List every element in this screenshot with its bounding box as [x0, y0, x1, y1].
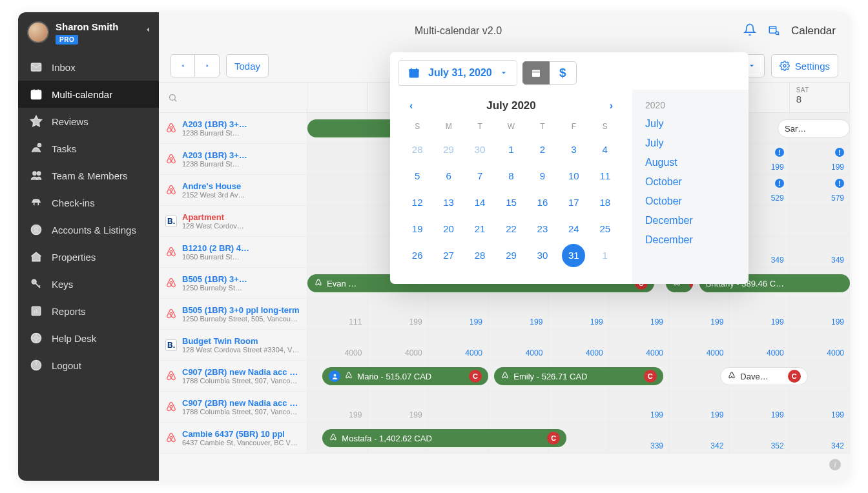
property-cell[interactable]: B505 (1BR) 3+…1250 Burnaby St…: [159, 268, 307, 298]
next-button[interactable]: [195, 54, 220, 77]
search-input[interactable]: [159, 83, 307, 112]
calendar-cell[interactable]: 199: [609, 299, 669, 329]
calendar-cell[interactable]: [790, 206, 850, 236]
calendar-day[interactable]: 30: [464, 136, 495, 163]
nav-tasks[interactable]: Tasks: [18, 135, 159, 162]
calendar-cell[interactable]: 111: [307, 299, 367, 329]
nav-multi-calendar[interactable]: Multi-calendar: [18, 81, 159, 108]
calendar-day[interactable]: 28: [402, 136, 433, 163]
calendar-day[interactable]: 7: [464, 163, 495, 189]
month-quick-link[interactable]: October: [645, 176, 736, 188]
calendar-cell[interactable]: [307, 237, 367, 267]
calendar-cell[interactable]: 342: [669, 423, 729, 453]
calendar-cell[interactable]: 199: [729, 299, 789, 329]
date-selection-button[interactable]: July 31, 2020: [398, 60, 517, 86]
nav-logout[interactable]: Logout: [18, 352, 159, 379]
property-cell[interactable]: Cambie 6437 (5BR) 10 ppl6437 Cambie St, …: [159, 423, 307, 453]
calendar-cell[interactable]: !579: [790, 175, 850, 205]
booking-band[interactable]: Mario - 515.07 CADC: [322, 367, 488, 385]
booking-band[interactable]: Dave…C: [720, 367, 807, 385]
property-cell[interactable]: B.Budget Twin Room128 West Cordova Stree…: [159, 330, 307, 360]
calendar-cell[interactable]: [428, 392, 488, 422]
calendar-day[interactable]: 8: [495, 163, 526, 189]
calendar-day[interactable]: 26: [402, 242, 433, 268]
calendar-day[interactable]: 17: [558, 189, 589, 216]
pricing-view-toggle[interactable]: $: [550, 61, 577, 85]
calendar-cell[interactable]: 199: [367, 392, 428, 422]
calendar-cell[interactable]: !199: [790, 144, 850, 174]
month-quick-link[interactable]: December: [645, 234, 736, 246]
calendar-cell[interactable]: 4000: [428, 330, 488, 360]
calendar-day[interactable]: 15: [495, 189, 526, 216]
calendar-cell[interactable]: 4000: [669, 330, 729, 360]
booking-band[interactable]: Sar…: [778, 119, 850, 137]
calendar-cell[interactable]: 199: [790, 392, 850, 422]
calendar-day[interactable]: 4: [590, 136, 621, 163]
calendar-day[interactable]: 14: [464, 189, 495, 216]
calendar-day[interactable]: 23: [527, 216, 558, 242]
property-cell[interactable]: C907 (2BR) new Nadia acc 5+…1788 Columbi…: [159, 392, 307, 422]
calendar-day[interactable]: 31: [562, 244, 585, 267]
booking-band[interactable]: Mostafa - 1,402.62 CADC: [322, 429, 566, 447]
calendar-day[interactable]: 19: [402, 216, 433, 242]
calendar-cell[interactable]: [307, 206, 367, 236]
calendar-cell[interactable]: 349: [790, 237, 850, 267]
prev-button[interactable]: [170, 54, 195, 77]
calendar-cell[interactable]: 199: [428, 299, 488, 329]
nav-reviews[interactable]: Reviews: [18, 108, 159, 135]
nav-reports[interactable]: Reports: [18, 297, 159, 325]
nav-team-members[interactable]: Team & Members: [18, 162, 159, 189]
avatar[interactable]: [27, 21, 49, 43]
calendar-cell[interactable]: 4000: [790, 330, 850, 360]
bell-icon[interactable]: [743, 23, 756, 39]
nav-help-desk[interactable]: Help Desk: [18, 325, 159, 352]
calendar-day[interactable]: 1: [590, 242, 621, 268]
calendar-cell[interactable]: 199: [307, 392, 367, 422]
calendar-cell[interactable]: 199: [609, 392, 669, 422]
calendar-cell[interactable]: 4000: [488, 330, 548, 360]
nav-check-ins[interactable]: Check-ins: [18, 189, 159, 216]
calendar-day[interactable]: 21: [464, 216, 495, 242]
nav-inbox[interactable]: Inbox: [18, 54, 159, 81]
calendar-cell[interactable]: 199: [548, 299, 608, 329]
calendar-cell[interactable]: 342: [790, 423, 850, 453]
calendar-day[interactable]: 18: [590, 189, 621, 216]
month-quick-link[interactable]: December: [645, 215, 736, 226]
nav-keys[interactable]: Keys: [18, 270, 159, 297]
calendar-cell[interactable]: [307, 144, 367, 174]
nav-properties[interactable]: Properties: [18, 243, 159, 270]
month-quick-link[interactable]: October: [645, 196, 736, 207]
calendar-cell[interactable]: 4000: [729, 330, 789, 360]
cal-next-month[interactable]: ›: [604, 97, 618, 114]
property-cell[interactable]: Andre's House2152 West 3rd Av…: [159, 175, 307, 205]
calendar-day[interactable]: 5: [402, 163, 433, 189]
calendar-day[interactable]: 22: [495, 216, 526, 242]
calendar-cell[interactable]: 352: [729, 423, 789, 453]
calendar-day[interactable]: 28: [464, 242, 495, 268]
calendar-search-icon[interactable]: [768, 24, 780, 38]
property-cell[interactable]: A203 (1BR) 3+…1238 Burrard St…: [159, 144, 307, 174]
calendar-cell[interactable]: 4000: [548, 330, 608, 360]
calendar-day[interactable]: 9: [527, 163, 558, 189]
calendar-day[interactable]: 1: [495, 136, 526, 163]
calendar-cell[interactable]: 199: [669, 392, 729, 422]
calendar-cell[interactable]: [488, 392, 548, 422]
property-cell[interactable]: B1210 (2 BR) 4…1050 Burrard St…: [159, 237, 307, 267]
calendar-cell[interactable]: 339: [609, 423, 669, 453]
calendar-cell[interactable]: 199: [367, 299, 428, 329]
calendar-day[interactable]: 11: [590, 163, 621, 189]
calendar-day[interactable]: 2: [527, 136, 558, 163]
calendar-day[interactable]: 10: [558, 163, 589, 189]
calendar-day[interactable]: 29: [495, 242, 526, 268]
calendar-cell[interactable]: 199: [669, 299, 729, 329]
property-cell[interactable]: A203 (1BR) 3+…1238 Burrard St…: [159, 113, 307, 143]
calendar-cell[interactable]: 4000: [609, 330, 669, 360]
calendar-cell[interactable]: 4000: [307, 330, 367, 360]
calendar-cell[interactable]: [548, 392, 608, 422]
month-quick-link[interactable]: July: [645, 118, 736, 130]
calendar-cell[interactable]: 199: [790, 299, 850, 329]
calendar-day[interactable]: 12: [402, 189, 433, 216]
today-button[interactable]: Today: [226, 54, 269, 77]
calendar-cell[interactable]: 199: [488, 299, 548, 329]
property-cell[interactable]: B505 (1BR) 3+0 ppl long-term1250 Burnaby…: [159, 299, 307, 329]
